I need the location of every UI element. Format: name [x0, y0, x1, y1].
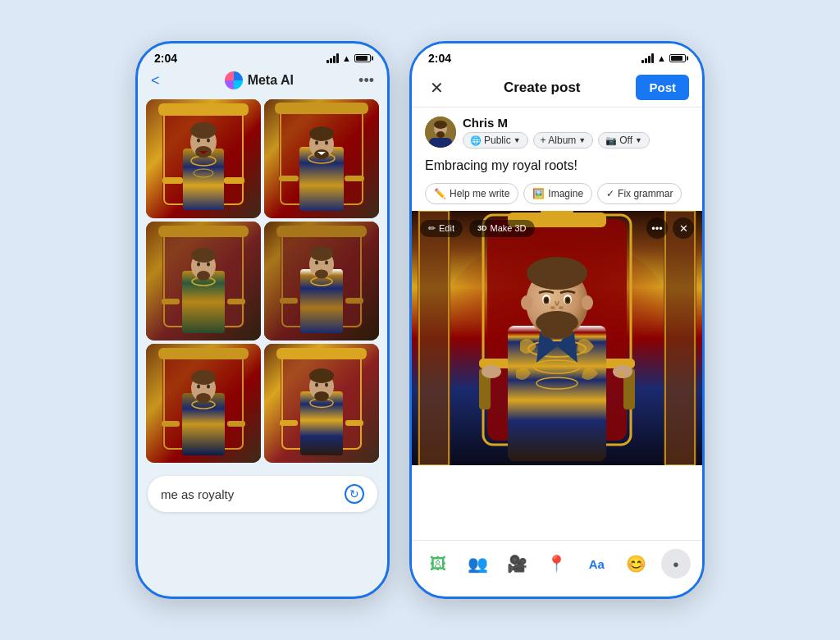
image-more-button[interactable]: ••• — [646, 217, 668, 239]
grid-image-3[interactable] — [146, 222, 261, 341]
more-button[interactable]: ••• — [358, 72, 374, 89]
right-time: 2:04 — [428, 52, 451, 65]
svg-point-36 — [191, 248, 216, 263]
left-phone: 2:04 ▲ < Meta AI ••• — [135, 41, 390, 599]
privacy-row: 🌐 Public ▼ + Album ▼ 📷 Off ▼ — [463, 132, 650, 149]
left-input-text: me as royalty — [161, 487, 345, 501]
make-3d-button[interactable]: 3D Make 3D — [469, 220, 535, 237]
user-info: Chris M 🌐 Public ▼ + Album ▼ 📷 Off ▼ — [463, 116, 650, 149]
svg-point-24 — [315, 141, 318, 145]
svg-rect-14 — [224, 177, 244, 184]
post-text: Embracing my royal roots! — [412, 152, 702, 180]
photo-button[interactable]: 🖼 — [423, 549, 453, 578]
right-signal-icon — [641, 53, 654, 63]
people-button[interactable]: 👥 — [463, 549, 492, 578]
right-wifi-icon: ▲ — [657, 53, 666, 63]
svg-point-25 — [325, 141, 328, 145]
svg-point-75 — [309, 368, 334, 383]
left-nav: < Meta AI ••• — [138, 68, 387, 96]
app-container: 2:04 ▲ < Meta AI ••• — [119, 25, 721, 615]
svg-rect-41 — [227, 299, 245, 304]
album-chevron-icon: ▼ — [578, 136, 586, 144]
main-royal-svg — [412, 211, 702, 465]
svg-point-39 — [207, 263, 210, 267]
svg-point-64 — [197, 385, 200, 389]
svg-point-120 — [559, 306, 564, 309]
imagine-icon: 🖼️ — [532, 188, 545, 199]
location-button[interactable]: 📍 — [542, 549, 572, 578]
right-status-icons: ▲ — [641, 53, 686, 63]
royal-svg-5 — [146, 344, 261, 463]
image-toolbar: ✏ Edit 3D Make 3D ••• ✕ — [412, 217, 702, 239]
svg-rect-88 — [418, 211, 450, 465]
svg-rect-79 — [280, 420, 298, 426]
help-me-write-label: Help me write — [450, 188, 509, 199]
svg-rect-46 — [300, 269, 343, 333]
grid-image-1[interactable] — [146, 99, 261, 218]
svg-point-38 — [197, 263, 200, 267]
video-button[interactable]: 🎥 — [503, 549, 532, 578]
left-time: 2:04 — [154, 52, 177, 65]
svg-point-110 — [527, 257, 587, 290]
svg-point-122 — [541, 326, 573, 339]
grid-image-5[interactable] — [146, 344, 261, 463]
svg-point-119 — [550, 306, 555, 309]
fix-grammar-label: Fix grammar — [618, 188, 673, 199]
grid-image-2[interactable] — [264, 99, 379, 218]
user-name: Chris M — [463, 116, 650, 130]
camera-label: Off — [619, 135, 632, 146]
user-row: Chris M 🌐 Public ▼ + Album ▼ 📷 Off ▼ — [412, 107, 702, 152]
regenerate-icon[interactable]: ↻ — [345, 484, 364, 504]
svg-rect-125 — [619, 373, 624, 376]
public-pill[interactable]: 🌐 Public ▼ — [463, 132, 528, 149]
royal-svg-2 — [264, 99, 379, 218]
close-button[interactable]: ✕ — [425, 78, 448, 98]
svg-point-11 — [207, 139, 210, 143]
camera-chevron-icon: ▼ — [635, 136, 642, 144]
create-post-title: Create post — [504, 80, 581, 96]
post-button[interactable]: Post — [636, 75, 689, 100]
svg-point-63 — [196, 393, 211, 403]
svg-point-118 — [566, 298, 569, 303]
more-options-button[interactable]: ● — [661, 549, 691, 578]
album-pill[interactable]: + Album ▼ — [533, 132, 594, 149]
grid-image-4[interactable] — [264, 222, 379, 341]
main-image-container: ✏ Edit 3D Make 3D ••• ✕ — [412, 211, 702, 465]
imagine-button[interactable]: 🖼️ Imagine — [523, 183, 592, 204]
back-button[interactable]: < — [151, 72, 160, 89]
ai-tools-row: ✏️ Help me write 🖼️ Imagine ✓ Fix gramma… — [412, 180, 702, 211]
royal-svg-3 — [146, 222, 261, 341]
svg-point-83 — [434, 121, 447, 129]
avatar — [425, 117, 456, 148]
svg-point-115 — [545, 298, 548, 303]
text-format-button[interactable]: Aa — [582, 549, 611, 578]
three-d-icon: 3D — [477, 224, 487, 232]
svg-point-65 — [207, 385, 210, 389]
edit-button[interactable]: ✏ Edit — [420, 220, 463, 237]
emoji-button[interactable]: 😊 — [622, 549, 651, 578]
chevron-down-icon: ▼ — [514, 136, 521, 144]
svg-rect-13 — [162, 177, 183, 184]
svg-rect-66 — [162, 421, 180, 427]
svg-point-124 — [613, 365, 632, 378]
svg-point-112 — [582, 295, 593, 310]
edit-icon: ✏ — [428, 223, 436, 234]
svg-rect-53 — [280, 298, 298, 304]
svg-rect-27 — [279, 176, 299, 181]
help-me-write-button[interactable]: ✏️ Help me write — [425, 183, 518, 204]
public-label: Public — [484, 135, 511, 146]
signal-icon — [326, 53, 339, 63]
svg-point-84 — [436, 131, 445, 138]
camera-pill[interactable]: 📷 Off ▼ — [598, 132, 650, 149]
image-close-button[interactable]: ✕ — [673, 217, 694, 239]
left-input-field[interactable]: me as royalty ↻ — [148, 476, 377, 512]
fix-grammar-button[interactable]: ✓ Fix grammar — [597, 183, 682, 204]
svg-rect-4 — [183, 149, 224, 210]
meta-ai-title-area: Meta AI — [225, 71, 294, 89]
svg-rect-80 — [345, 420, 363, 426]
grid-image-6[interactable] — [264, 344, 379, 463]
globe-icon: 🌐 — [470, 135, 482, 146]
svg-point-49 — [310, 246, 333, 261]
bottom-toolbar: 🖼 👥 🎥 📍 Aa 😊 ● — [412, 540, 702, 587]
meta-ai-title: Meta AI — [248, 73, 294, 88]
